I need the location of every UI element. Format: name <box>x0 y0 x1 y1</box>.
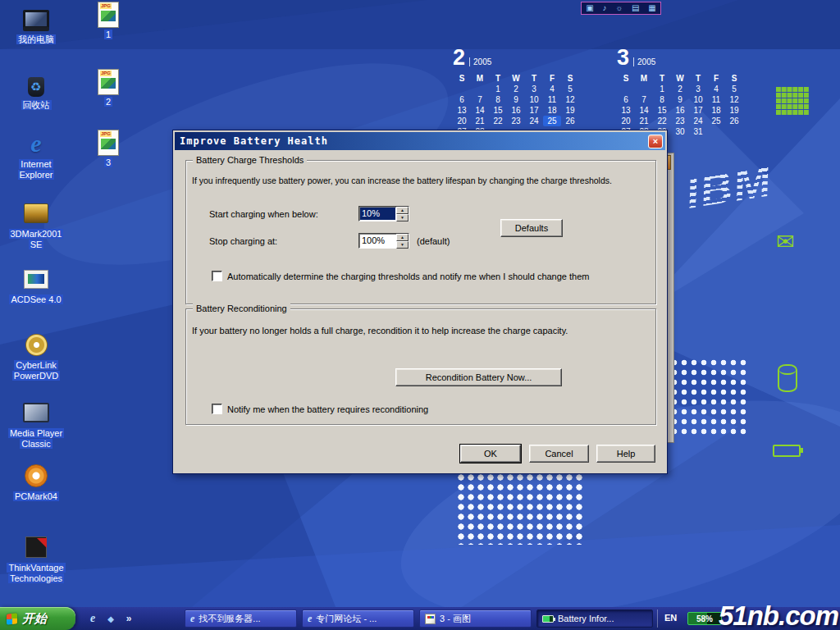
taskbar-item-battery-information[interactable]: Battery Infor... <box>536 609 653 628</box>
calendar-day: 15 <box>653 105 671 116</box>
dialog-titlebar[interactable]: Improve Battery Health × <box>175 132 665 150</box>
calendar-day: 16 <box>671 105 689 116</box>
calendar-day-header: M <box>635 73 653 84</box>
calendar-year: 2005 <box>469 57 491 66</box>
calendar-day: 12 <box>561 94 579 105</box>
volume-icon[interactable]: ♪ <box>602 4 606 12</box>
stop-threshold-spinbox[interactable]: 100% ▲ ▼ <box>358 233 409 249</box>
calendar-day: 8 <box>653 94 671 105</box>
calendar-month: 2 <box>453 45 465 71</box>
calendar-day: 4 <box>707 84 725 94</box>
calendar-day-header: W <box>507 73 525 84</box>
media-quicklaunch-icon[interactable] <box>103 611 118 626</box>
taskbar-item-label: 3 - 画图 <box>440 613 471 625</box>
calendar-day: 12 <box>725 94 743 105</box>
close-icon[interactable]: × <box>648 135 663 148</box>
desktop-icon-pcmark04[interactable]: PCMark04 <box>7 462 66 502</box>
ie-quicklaunch-icon[interactable] <box>85 611 100 626</box>
desktop-icon-thinkvantage[interactable]: ThinkVantage Technologies <box>7 533 66 584</box>
start-threshold-spinbox[interactable]: 10% ▲ ▼ <box>358 206 409 221</box>
language-indicator[interactable]: EN <box>664 613 677 623</box>
desktop-icon-media-player-classic[interactable]: Media Player Classic <box>7 399 66 450</box>
desktop-icon-jpg-2[interactable]: JPG 2 <box>79 69 138 107</box>
cancel-button[interactable]: Cancel <box>529 445 589 463</box>
calendar-day: 2 <box>671 84 689 94</box>
notify-recondition-checkbox[interactable] <box>212 404 222 414</box>
taskbar-item-paint[interactable]: 3 - 画图 <box>419 609 532 628</box>
thresholds-description: If you infrequently use battery power, y… <box>192 176 612 185</box>
defaults-button[interactable]: Defaults <box>500 219 563 237</box>
calendar-march-2005: 3 2005 SMTWTFS12345678910111213141516171… <box>617 45 743 137</box>
desktop-icon-label: ACDSee 4.0 <box>9 294 62 304</box>
stop-threshold-value[interactable]: 100% <box>359 234 396 248</box>
calendar-day-header: S <box>725 73 743 84</box>
battery-icon <box>542 615 554 623</box>
desktop: IBM ✉ ▣ ♪ ☼ ▤ ▦ 2 2005 SMTWTFS1234567891… <box>0 0 840 630</box>
quicklaunch-overflow-chevron[interactable] <box>121 611 136 626</box>
taskbar-item-forum[interactable]: 专门网论坛 - ... <box>302 609 414 628</box>
calendar-day <box>707 126 725 137</box>
thinkvantage-icon <box>21 533 51 561</box>
desktop-icon-jpg-3[interactable]: JPG 3 <box>79 130 138 168</box>
calendar-day: 19 <box>725 105 743 116</box>
spin-down-button[interactable]: ▼ <box>396 241 409 249</box>
calendar-day: 5 <box>561 84 579 94</box>
recycle-bin-icon <box>21 71 51 98</box>
paint-icon <box>425 614 436 624</box>
desktop-icon-acdsee[interactable]: ACDSee 4.0 <box>7 265 66 305</box>
calendar-day: 24 <box>525 116 543 126</box>
calendar-day: 13 <box>617 105 635 116</box>
desktop-icon-jpg-1[interactable]: JPG 1 <box>79 2 138 40</box>
stop-charging-label: Stop charging at: <box>209 236 277 246</box>
acdsee-icon <box>21 265 51 293</box>
calendar-day: 6 <box>617 94 635 105</box>
osd-toolbar: ▣ ♪ ☼ ▤ ▦ <box>581 2 661 15</box>
desktop-icon-recycle-bin[interactable]: 回收站 <box>7 71 66 111</box>
dialog-title: Improve Battery Health <box>180 135 648 147</box>
calendar-day: 1 <box>489 84 507 94</box>
desktop-icon-internet-explorer[interactable]: Internet Explorer <box>7 130 66 180</box>
ok-button[interactable]: OK <box>460 445 521 463</box>
start-threshold-value[interactable]: 10% <box>360 208 395 220</box>
start-charging-label: Start charging when below: <box>209 209 318 219</box>
spin-down-button[interactable]: ▼ <box>396 214 409 221</box>
desktop-icon-powerdvd[interactable]: CyberLink PowerDVD <box>7 331 66 381</box>
start-button[interactable]: 开始 <box>0 607 75 630</box>
taskbar-item-server-not-found[interactable]: 找不到服务器... <box>185 609 297 628</box>
calendar-day-header: S <box>453 73 471 84</box>
help-button[interactable]: Help <box>596 445 655 463</box>
recondition-battery-now-button[interactable]: Recondition Battery Now... <box>395 368 562 386</box>
desktop-icon-my-computer[interactable]: 我的电脑 <box>7 5 66 45</box>
calendar-day-header: T <box>525 73 543 84</box>
battery-outline-icon <box>773 445 801 457</box>
calendar-day: 7 <box>635 94 653 105</box>
calendar-day <box>453 84 471 94</box>
display-icon[interactable]: ▤ <box>632 4 639 12</box>
calendar-day-header: F <box>707 73 725 84</box>
calendar-day: 13 <box>453 105 471 116</box>
zoom-icon[interactable]: ▣ <box>586 4 593 12</box>
brightness-icon[interactable]: ☼ <box>615 4 623 12</box>
calendar-day: 22 <box>489 116 507 126</box>
jpg-badge: JPG <box>100 71 112 76</box>
desktop-icon-3dmark2001[interactable]: 3DMark2001 SE <box>7 199 66 250</box>
calendar-day: 3 <box>525 84 543 94</box>
keyboard-icon[interactable]: ▦ <box>648 4 655 12</box>
calendar-day: 30 <box>671 126 689 137</box>
envelope-icon: ✉ <box>776 231 795 253</box>
spin-up-button[interactable]: ▲ <box>396 207 409 214</box>
calendar-day: 23 <box>507 116 525 126</box>
calendar-day: 16 <box>507 105 525 116</box>
calendar-day: 10 <box>525 94 543 105</box>
auto-threshold-checkbox[interactable] <box>212 271 222 281</box>
calendar-day: 15 <box>489 105 507 116</box>
spin-up-button[interactable]: ▲ <box>396 234 409 241</box>
watermark: 51nb.com <box>719 600 838 630</box>
calendar-day: 20 <box>453 116 471 126</box>
calendar-day-header: S <box>617 73 635 84</box>
taskbar-item-label: 专门网论坛 - ... <box>316 613 377 625</box>
calendar-day: 18 <box>707 105 725 116</box>
calendar-day: 18 <box>543 105 561 116</box>
3dmark-icon <box>21 199 51 227</box>
tray-battery-indicator[interactable]: 58% <box>687 612 722 625</box>
